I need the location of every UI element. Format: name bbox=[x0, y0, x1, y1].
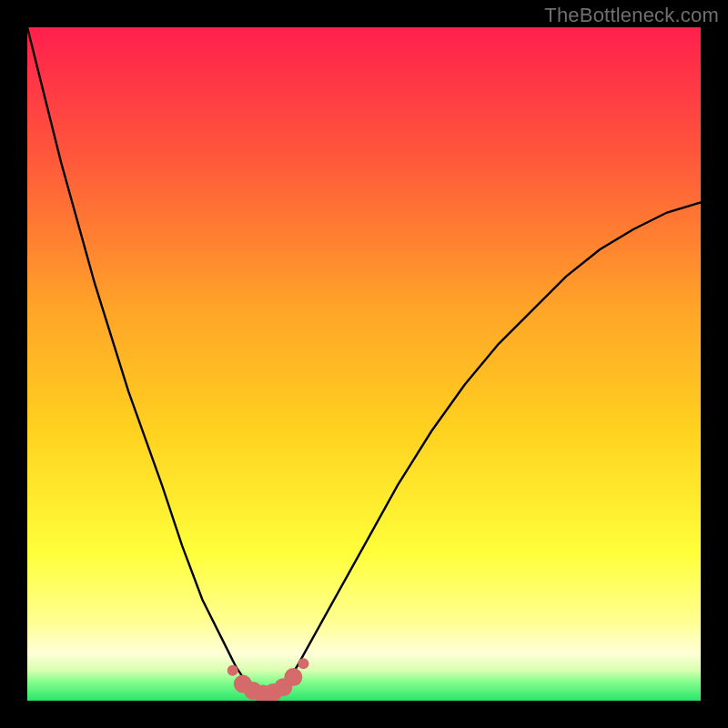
marker-dot bbox=[228, 665, 238, 676]
chart-frame bbox=[27, 27, 701, 701]
watermark-text: TheBottleneck.com bbox=[544, 4, 719, 27]
gradient-background bbox=[27, 27, 701, 701]
marker-dot bbox=[284, 668, 302, 686]
bottleneck-chart bbox=[27, 27, 701, 701]
marker-dot bbox=[298, 658, 308, 669]
